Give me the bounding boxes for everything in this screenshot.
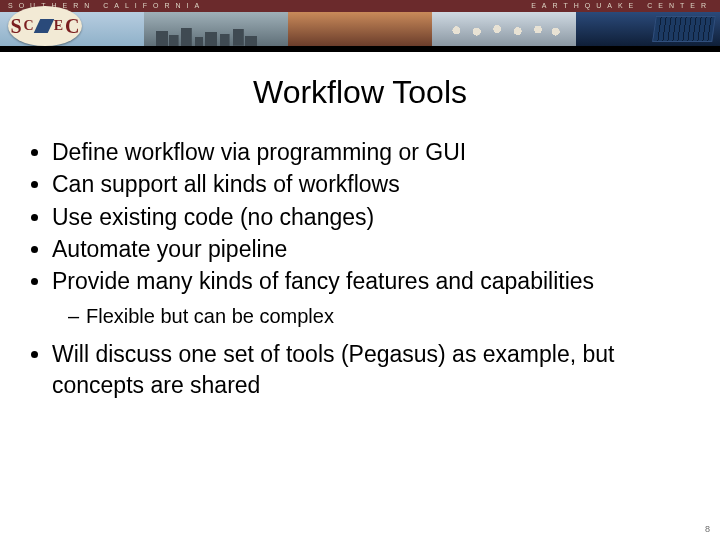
org-name-right: EARTHQUAKE CENTER xyxy=(531,0,712,12)
list-item: Will discuss one set of tools (Pegasus) … xyxy=(52,339,696,400)
banner-segment-canyon xyxy=(288,12,432,46)
list-item: Automate your pipeline xyxy=(52,234,696,264)
slide-title: Workflow Tools xyxy=(0,74,720,111)
logo-letter-c2: C xyxy=(65,16,79,36)
banner-segment-skyline xyxy=(144,12,288,46)
sub-list-item: Flexible but can be complex xyxy=(86,303,696,329)
sub-bullet-list: Flexible but can be complex xyxy=(52,303,696,329)
banner-segment-solar xyxy=(576,12,720,46)
list-item: Can support all kinds of workflows xyxy=(52,169,696,199)
list-item: Use existing code (no changes) xyxy=(52,202,696,232)
logo-letter-c: C xyxy=(24,19,34,33)
logo-letter-s: S xyxy=(10,16,21,36)
logo-letter-e: E xyxy=(54,19,63,33)
list-item: Provide many kinds of fancy features and… xyxy=(52,266,696,329)
scec-logo: S C E C xyxy=(8,6,82,46)
page-number: 8 xyxy=(705,524,710,534)
banner-top-strip: SOUTHERN CALIFORNIA EARTHQUAKE CENTER xyxy=(0,0,720,12)
banner-photo-strip xyxy=(0,12,720,46)
banner-segment-people xyxy=(432,12,576,46)
list-item-text: Provide many kinds of fancy features and… xyxy=(52,268,594,294)
bullet-list: Define workflow via programming or GUI C… xyxy=(24,137,696,400)
header-banner: SOUTHERN CALIFORNIA EARTHQUAKE CENTER S … xyxy=(0,0,720,52)
logo-slash-icon xyxy=(33,19,54,33)
list-item: Define workflow via programming or GUI xyxy=(52,137,696,167)
banner-bottom-strip xyxy=(0,46,720,52)
